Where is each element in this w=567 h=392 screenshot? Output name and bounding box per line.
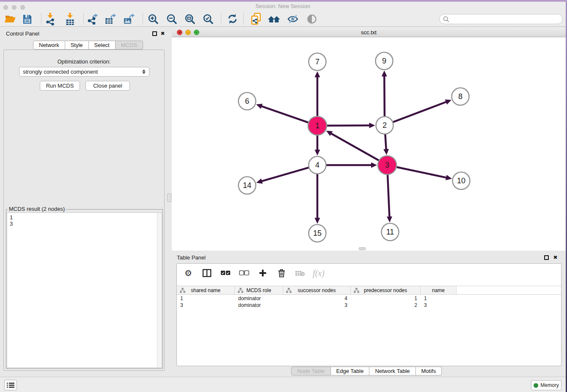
graph-edge-arrowhead [387,216,392,222]
table-panel-float-button[interactable] [544,255,550,261]
column-header[interactable]: name [421,286,457,294]
tab-network[interactable]: Network [33,41,65,50]
table-panel: Table Panel ✖ ⚙ [172,251,566,377]
main-toolbar [0,11,566,27]
run-mcds-button[interactable]: Run MCDS [40,81,80,91]
tab-style[interactable]: Style [65,41,89,50]
select-all-button[interactable] [219,267,232,279]
export-image-icon [123,13,135,25]
task-history-button[interactable] [4,380,17,390]
graph-node-label: 15 [313,229,322,237]
tab-motifs[interactable]: Motifs [416,367,442,375]
optimization-select-value: strongly connected component [23,69,142,75]
column-header[interactable]: successor nodes [283,286,351,294]
table-panel-close-button[interactable]: ✖ [553,255,558,260]
export-network-button[interactable] [85,12,100,25]
table-settings-button[interactable]: ⚙ [182,267,195,279]
zoom-selected-button[interactable] [201,12,216,25]
column-header[interactable]: MCDS role [235,286,283,294]
zoom-in-button[interactable] [146,12,161,25]
graph-edge-3-11[interactable] [388,174,389,218]
graph-edge-2-3[interactable] [385,134,386,150]
graph-edge-3-10[interactable] [396,167,447,178]
hide-eye-icon [287,14,298,24]
graph-edge-arrowhead [256,179,263,184]
graph-edge-2-8[interactable] [393,102,447,122]
control-panel-title: Control Panel [6,30,39,37]
table-row[interactable]: 1dominator411 [177,295,561,302]
import-table-button[interactable] [62,12,77,25]
zoom-fit-button[interactable] [182,12,198,25]
mcds-result-scrollbar[interactable] [157,213,162,367]
deselect-all-icon [239,270,249,276]
column-header-label: shared name [191,287,220,293]
network-canvas[interactable]: 7968124314101511 [172,37,566,251]
optimization-select[interactable]: strongly connected component [19,67,149,77]
network-graph: 7968124314101511 [172,37,566,251]
table-cell: 4 [283,295,351,302]
show-panel-button[interactable] [304,12,319,25]
memory-button[interactable]: Memory [531,380,561,390]
column-header[interactable]: predecessor nodes [351,286,421,294]
mcds-result-group: MCDS result (2 nodes) 1 3 [6,209,163,369]
clone-network-button[interactable] [248,12,264,25]
delete-button[interactable] [275,267,288,279]
save-session-button[interactable] [19,12,35,25]
hierarchy-icon [180,288,185,293]
hierarchy-icon [238,288,243,293]
hierarchy-icon [354,288,359,293]
graph-edge-4-14[interactable] [261,168,309,182]
graph-node-label: 11 [386,228,394,236]
two-houses-icon [268,14,281,24]
graph-node-label: 7 [315,58,319,66]
graph-edge-arrowhead [315,218,320,224]
column-header-label: successor nodes [297,287,336,293]
show-columns-button[interactable] [201,267,213,279]
gray-eye-icon [307,14,317,24]
tab-mcds[interactable]: MCDS [116,41,143,50]
export-image-button[interactable] [121,12,137,25]
column-header-label: name [432,287,445,293]
close-icon: ✖ [160,30,165,36]
table-header-row: shared nameMCDS rolesuccessor nodesprede… [177,286,561,295]
deselect-all-button[interactable] [238,267,250,279]
network-window-titlebar[interactable]: ✕ − + scc.txt [172,28,566,37]
toolbar-separator [41,13,41,25]
search-input[interactable] [451,16,562,22]
tab-edge-table[interactable]: Edge Table [331,367,370,375]
refresh-layout-button[interactable] [225,12,240,25]
refresh-layout-icon [227,14,238,24]
vertical-splitter-handle[interactable] [167,193,171,202]
graph-edge-1-6[interactable] [261,106,309,122]
graph-edge-1-2[interactable] [327,125,370,126]
trash-icon [278,269,286,278]
destroy-network-button[interactable] [267,12,282,25]
control-panel-float-button[interactable] [152,31,158,37]
table-cell: 3 [177,302,235,309]
open-session-button[interactable] [3,12,18,25]
function-builder-button[interactable]: f(x) [312,267,325,279]
tab-node-table[interactable]: Node Table [291,367,331,375]
add-column-button[interactable] [256,267,269,279]
table-cell: 3 [421,302,457,309]
table-row[interactable]: 3dominator323 [177,302,561,309]
close-panel-button[interactable]: Close panel [85,81,130,91]
control-panel-tabs: Network Style Select MCDS [33,41,143,50]
export-table-button[interactable] [103,12,118,25]
zoom-out-button[interactable] [164,12,179,25]
hide-panel-button[interactable] [285,12,300,25]
tab-select[interactable]: Select [89,41,116,50]
zoom-out-icon [166,14,177,25]
save-session-icon [22,14,32,24]
tab-network-table[interactable]: Network Table [369,367,416,375]
column-header[interactable]: shared name [177,286,235,294]
column-header-label: predecessor nodes [364,287,407,293]
horizontal-splitter-handle[interactable] [359,247,366,250]
zoom-selected-icon [203,14,214,25]
graph-edge-3-1[interactable] [330,133,379,161]
delete-table-button[interactable] [294,267,306,279]
memory-status-icon [534,383,538,388]
graph-edge-2-9[interactable] [384,75,385,116]
control-panel-close-button[interactable]: ✖ [160,31,165,36]
import-network-button[interactable] [42,12,58,25]
